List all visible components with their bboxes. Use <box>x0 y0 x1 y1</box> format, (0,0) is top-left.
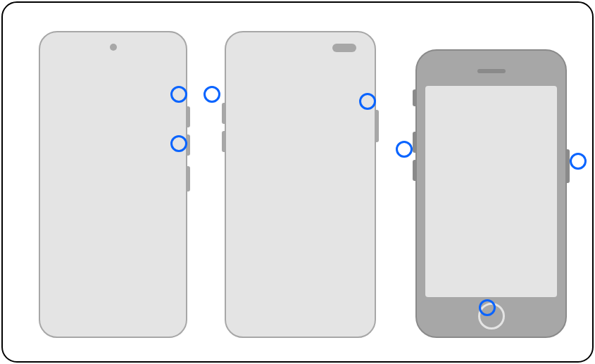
phone-c-volume-up-button <box>413 132 417 153</box>
phone-b-volume-up-button <box>222 103 226 124</box>
earpiece-icon <box>477 69 506 73</box>
front-camera-icon <box>110 44 117 51</box>
phone-a-power-button <box>186 166 190 192</box>
callout-marker-left-volume-up <box>396 141 413 158</box>
callout-marker-home <box>479 299 496 316</box>
phone-a <box>39 31 187 338</box>
callout-marker-right-power <box>570 153 587 170</box>
callout-marker-right-power <box>359 93 376 110</box>
callout-marker-left-volume-up <box>203 86 220 103</box>
phone-a-volume-up-button <box>186 106 190 127</box>
phone-c-power-button <box>565 149 570 183</box>
diagram-frame <box>1 1 594 363</box>
phone-c-screen <box>425 86 557 297</box>
phone-b-volume-down-button <box>222 131 226 152</box>
phone-c-volume-down-button <box>413 160 417 181</box>
callout-marker-right-power <box>170 135 187 152</box>
phone-c <box>415 49 567 338</box>
front-camera-pill-icon <box>332 44 356 52</box>
phone-c-mute-switch <box>413 89 417 106</box>
callout-marker-right-volume-up <box>170 86 187 103</box>
phone-b-power-button <box>375 110 379 142</box>
phone-b <box>225 31 376 338</box>
